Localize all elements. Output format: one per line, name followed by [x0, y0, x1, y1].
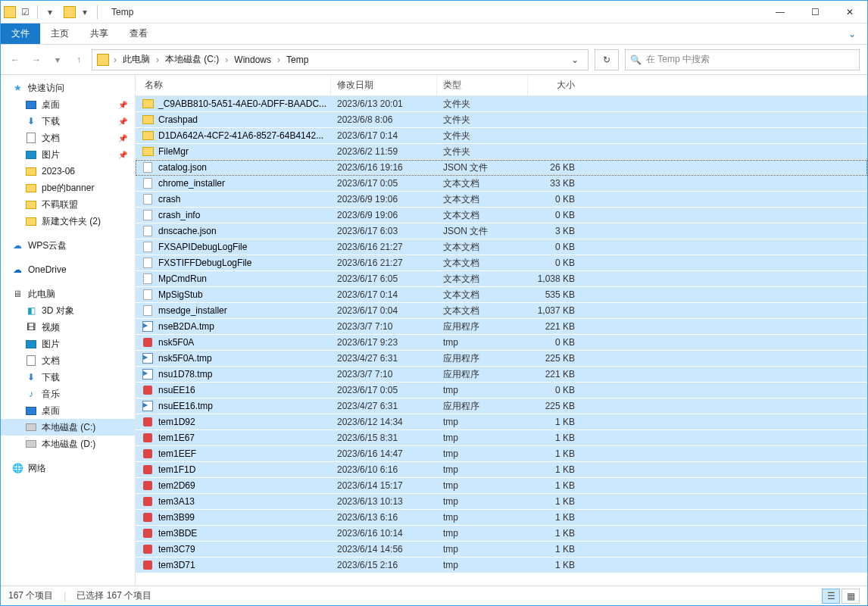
ribbon-tab-share[interactable]: 共享	[80, 23, 119, 44]
addr-dropdown-icon[interactable]: ⌄	[567, 55, 583, 65]
file-size: 1 KB	[528, 560, 581, 570]
file-date: 2023/6/13 20:01	[331, 98, 437, 109]
file-name: tem3BDE	[158, 528, 197, 539]
file-row[interactable]: FXSTIFFDebugLogFile2023/6/16 21:27文本文档0 …	[136, 255, 867, 271]
sidebar-item[interactable]: 图片	[1, 336, 135, 352]
file-row[interactable]: chrome_installer2023/6/17 0:05文本文档33 KB	[136, 176, 867, 192]
column-size[interactable]: 大小	[528, 75, 581, 95]
file-row[interactable]: tem3C792023/6/14 14:56tmp1 KB	[136, 542, 867, 558]
file-date: 2023/6/2 11:59	[331, 146, 437, 157]
ribbon-tab-view[interactable]: 查看	[119, 23, 158, 44]
sidebar-item[interactable]: 2023-06	[1, 163, 135, 180]
sidebar-item[interactable]: 文档	[1, 352, 135, 369]
refresh-button[interactable]: ↻	[595, 49, 619, 70]
file-row[interactable]: ▶nsu1D78.tmp2023/3/7 7:10应用程序221 KB	[136, 367, 867, 383]
view-icons-button[interactable]: ▦	[841, 589, 860, 604]
file-name: tem1EEF	[158, 448, 196, 459]
sidebar-item[interactable]: ◧3D 对象	[1, 302, 135, 319]
file-row[interactable]: tem1D922023/6/12 14:34tmp1 KB	[136, 414, 867, 430]
sidebar-item[interactable]: 🎞视频	[1, 319, 135, 336]
file-row[interactable]: FXSAPIDebugLogFile2023/6/16 21:27文本文档0 K…	[136, 239, 867, 255]
column-type[interactable]: 类型	[437, 75, 528, 95]
sidebar-wps-cloud[interactable]: ☁ WPS云盘	[1, 237, 135, 254]
file-row[interactable]: tem1E672023/6/15 8:31tmp1 KB	[136, 430, 867, 446]
ribbon-help-icon[interactable]: ⌄	[837, 23, 867, 44]
file-size: 1 KB	[528, 544, 581, 554]
sidebar-item[interactable]: 本地磁盘 (C:)	[1, 419, 135, 436]
file-row[interactable]: Crashpad2023/6/8 8:06文件夹	[136, 112, 867, 128]
file-date: 2023/6/17 0:05	[331, 385, 437, 395]
sidebar-item-label: 桌面	[42, 98, 60, 111]
sidebar-quick-access[interactable]: ★ 快速访问	[1, 80, 135, 96]
file-row[interactable]: tem3A132023/6/13 10:13tmp1 KB	[136, 494, 867, 510]
file-row[interactable]: FileMgr2023/6/2 11:59文件夹	[136, 144, 867, 160]
qat-dropdown-icon[interactable]: ▾	[44, 6, 56, 18]
sidebar-network[interactable]: 🌐 网络	[1, 460, 135, 476]
sidebar-item[interactable]: 本地磁盘 (D:)	[1, 436, 135, 452]
nav-back-icon[interactable]: ←	[8, 55, 22, 65]
sidebar-item[interactable]: 桌面📌	[1, 96, 135, 113]
file-row[interactable]: ▶nsuEE16.tmp2023/4/27 6:31应用程序225 KB	[136, 398, 867, 414]
sidebar-item[interactable]: pbe的banner	[1, 180, 135, 196]
file-row[interactable]: nsuEE162023/6/17 0:05tmp0 KB	[136, 383, 867, 398]
view-details-button[interactable]: ☰	[822, 589, 840, 604]
file-row[interactable]: ▶nseB2DA.tmp2023/3/7 7:10应用程序221 KB	[136, 319, 867, 335]
file-row[interactable]: tem3BDE2023/6/16 10:14tmp1 KB	[136, 526, 867, 542]
file-row[interactable]: tem2D692023/6/14 15:17tmp1 KB	[136, 478, 867, 494]
sidebar-item[interactable]: ♪音乐	[1, 386, 135, 402]
breadcrumb[interactable]: 此电脑	[121, 53, 151, 66]
file-size: 1 KB	[528, 433, 581, 443]
file-row[interactable]: tem1EEF2023/6/16 14:47tmp1 KB	[136, 446, 867, 462]
sidebar-item[interactable]: 图片📌	[1, 146, 135, 163]
search-input[interactable]: 🔍 在 Temp 中搜索	[625, 49, 860, 70]
sidebar-this-pc[interactable]: 🖥 此电脑	[1, 286, 135, 302]
maximize-button[interactable]: ☐	[798, 1, 832, 23]
file-type: tmp	[437, 448, 528, 459]
chevron-right-icon[interactable]: ›	[276, 55, 282, 65]
file-row[interactable]: ▶nsk5F0A.tmp2023/4/27 6:31应用程序225 KB	[136, 351, 867, 367]
sidebar-onedrive[interactable]: ☁ OneDrive	[1, 261, 135, 278]
close-button[interactable]: ✕	[832, 1, 867, 23]
breadcrumb[interactable]: 本地磁盘 (C:)	[164, 53, 220, 66]
qat-props-icon[interactable]: ☑	[19, 6, 31, 18]
file-row[interactable]: catalog.json2023/6/16 19:16JSON 文件26 KB	[136, 160, 867, 176]
column-date[interactable]: 修改日期	[331, 75, 437, 95]
file-row[interactable]: MpCmdRun2023/6/17 6:05文本文档1,038 KB	[136, 271, 867, 287]
file-row[interactable]: D1DA642A-4CF2-41A6-8527-64B4142...2023/6…	[136, 128, 867, 144]
ribbon-tab-home[interactable]: 主页	[40, 23, 80, 44]
file-row[interactable]: tem1F1D2023/6/10 6:16tmp1 KB	[136, 462, 867, 478]
sidebar-item[interactable]: 新建文件夹 (2)	[1, 213, 135, 230]
file-name: catalog.json	[158, 162, 207, 173]
file-row[interactable]: MpSigStub2023/6/17 0:14文本文档535 KB	[136, 287, 867, 303]
chevron-right-icon[interactable]: ›	[155, 55, 161, 65]
nav-recent-icon[interactable]: ▾	[51, 55, 64, 65]
qat-expand-icon[interactable]: ▾	[79, 6, 91, 18]
file-row[interactable]: dnscache.json2023/6/17 6:03JSON 文件3 KB	[136, 223, 867, 239]
chevron-right-icon[interactable]: ›	[223, 55, 229, 65]
file-row[interactable]: nsk5F0A2023/6/17 9:23tmp0 KB	[136, 335, 867, 351]
nav-up-icon[interactable]: ↑	[72, 55, 86, 65]
breadcrumb[interactable]: Windows	[233, 55, 273, 65]
sidebar-item[interactable]: 不羁联盟	[1, 196, 135, 213]
file-row[interactable]: crash2023/6/9 19:06文本文档0 KB	[136, 192, 867, 208]
minimize-button[interactable]: —	[763, 1, 798, 23]
column-name[interactable]: 名称	[136, 75, 331, 95]
file-row[interactable]: _C9ABB810-5A51-4AE0-ADFF-BAADC...2023/6/…	[136, 96, 867, 112]
navigation-pane[interactable]: ★ 快速访问 桌面📌⬇下载📌文档📌图片📌2023-06pbe的banner不羁联…	[1, 75, 136, 586]
file-row[interactable]: tem3B992023/6/13 6:16tmp1 KB	[136, 510, 867, 526]
file-name: FXSTIFFDebugLogFile	[158, 258, 251, 268]
chevron-right-icon[interactable]: ›	[112, 55, 118, 65]
file-list[interactable]: _C9ABB810-5A51-4AE0-ADFF-BAADC...2023/6/…	[136, 96, 867, 586]
file-row[interactable]: msedge_installer2023/6/17 0:04文本文档1,037 …	[136, 303, 867, 319]
sidebar-item[interactable]: ⬇下载📌	[1, 113, 135, 130]
address-bar[interactable]: › 此电脑 › 本地磁盘 (C:) › Windows › Temp ⌄	[92, 49, 589, 70]
file-row[interactable]: tem3D712023/6/15 2:16tmp1 KB	[136, 558, 867, 573]
sidebar-item[interactable]: ⬇下载	[1, 369, 135, 386]
breadcrumb[interactable]: Temp	[285, 55, 310, 65]
nav-forward-icon[interactable]: →	[30, 55, 43, 65]
ribbon-tab-file[interactable]: 文件	[1, 23, 40, 44]
file-row[interactable]: crash_info2023/6/9 19:06文本文档0 KB	[136, 208, 867, 223]
sidebar-item-label: 音乐	[42, 388, 60, 401]
sidebar-item[interactable]: 文档📌	[1, 130, 135, 146]
sidebar-item[interactable]: 桌面	[1, 402, 135, 419]
